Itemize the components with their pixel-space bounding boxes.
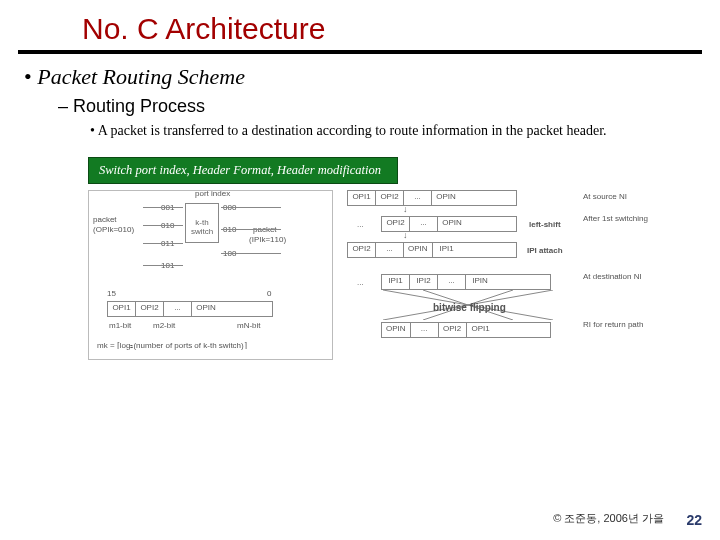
copyright: © 조준동, 2006년 가을 (553, 511, 664, 526)
hcell: ... (164, 302, 192, 316)
bullet-level-3: A packet is transferred to a destination… (90, 123, 690, 139)
figure-area: Switch port index, Header Format, Header… (88, 157, 668, 370)
cell: ... (404, 191, 432, 205)
opix-out: (IPIk=110) (249, 235, 286, 244)
slide-title: No. C Architecture (82, 12, 702, 46)
opix-in: (OPIk=010) (93, 225, 134, 234)
flip-label: bitwise flipping (433, 302, 506, 313)
figure-caption-box: Switch port index, Header Format, Header… (88, 157, 398, 184)
bitlabel-0: m1-bit (109, 321, 131, 330)
cell: IPI2 (410, 275, 438, 289)
cell: OPIN (404, 243, 433, 257)
row5: OPIN ... OPI2 OPI1 (381, 322, 551, 338)
cell: OPI1 (467, 323, 495, 337)
wire (143, 265, 183, 266)
arrow-down-icon: ↓ (403, 204, 408, 214)
header-format-row: OPI1 OPI2 ... OPIN (107, 301, 273, 317)
header-modification-diagram: OPI1 OPI2 ... OPIN At source NI ... OPI2… (343, 190, 663, 370)
packet-in-label: packet (93, 215, 117, 224)
page-number: 22 (672, 512, 702, 528)
row5-note: RI for return path (583, 320, 643, 329)
footer: © 조준동, 2006년 가을 22 (0, 506, 720, 540)
cell: IPI1 (382, 275, 410, 289)
row4-note: At destination NI (583, 272, 642, 281)
axis-15: 15 (107, 289, 116, 298)
cell: ... (376, 243, 404, 257)
wire (143, 225, 183, 226)
row2-dots: ... (357, 220, 364, 229)
cell: OPI2 (376, 191, 404, 205)
cell: IPIN (466, 275, 494, 289)
switch-diagram: port index k-th switch packet (OPIk=010)… (88, 190, 333, 360)
mk-formula: mk = ⌈log₂(number of ports of k-th switc… (97, 341, 247, 350)
hcell: OPIN (192, 302, 220, 316)
wire (221, 207, 281, 208)
bitlabel-2: mN-bit (237, 321, 261, 330)
axis-0: 0 (267, 289, 271, 298)
slide: No. C Architecture Packet Routing Scheme… (0, 0, 720, 540)
port-index-label: port index (195, 189, 230, 198)
bullet-level-1: Packet Routing Scheme (24, 64, 702, 90)
cell: OPI2 (382, 217, 410, 231)
ipi-attach-label: IPI attach (527, 246, 563, 255)
row3: OPI2 ... OPIN IPI1 (347, 242, 517, 258)
diagram-row: port index k-th switch packet (OPIk=010)… (88, 190, 668, 370)
row1: OPI1 OPI2 ... OPIN (347, 190, 517, 206)
wire (143, 243, 183, 244)
wire (143, 207, 183, 208)
cell: IPI1 (433, 243, 461, 257)
cell: ... (438, 275, 466, 289)
cell: OPIN (432, 191, 460, 205)
hcell: OPI2 (136, 302, 164, 316)
leftshift-label: left-shift (529, 220, 561, 229)
row2: OPI2 ... OPIN (381, 216, 517, 232)
row2-note: After 1st switching (583, 214, 648, 223)
switch-box: k-th switch (185, 203, 219, 243)
wire (221, 253, 281, 254)
row4-dots: ... (357, 278, 364, 287)
cell: OPIN (382, 323, 411, 337)
bullet-level-2: Routing Process (58, 96, 702, 117)
hcell: OPI1 (108, 302, 136, 316)
cell: OPIN (438, 217, 466, 231)
bitlabel-1: m2-bit (153, 321, 175, 330)
title-underline (18, 50, 702, 54)
cell: OPI2 (439, 323, 467, 337)
wire (221, 229, 281, 230)
row1-note: At source NI (583, 192, 627, 201)
switch-label: k-th switch (191, 218, 213, 236)
row4: IPI1 IPI2 ... IPIN (381, 274, 551, 290)
cell: OPI1 (348, 191, 376, 205)
cell: ... (411, 323, 439, 337)
cell: ... (410, 217, 438, 231)
arrow-down-icon: ↓ (403, 230, 408, 240)
cell: OPI2 (348, 243, 376, 257)
